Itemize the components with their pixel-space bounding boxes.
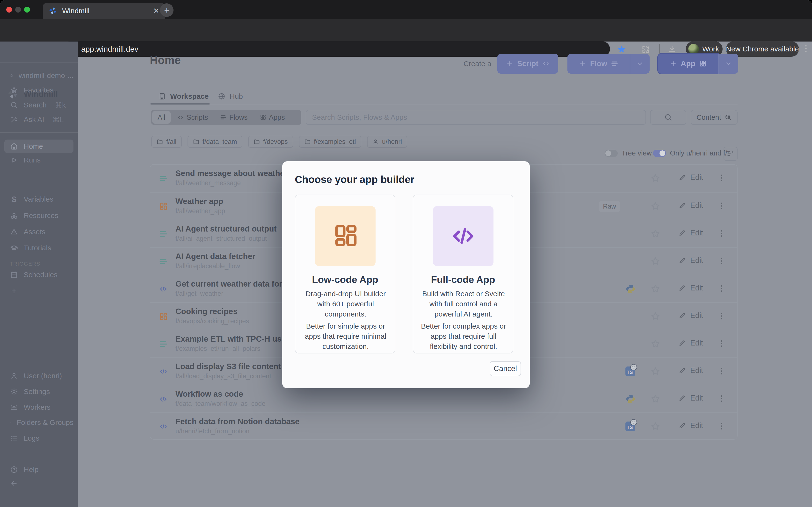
chip-folder[interactable]: f/examples_etl xyxy=(299,136,361,148)
tab-hub[interactable]: Hub xyxy=(218,92,243,101)
bun-icon xyxy=(630,419,637,426)
edit-button[interactable]: Edit xyxy=(677,311,704,320)
sidebar-item-settings[interactable]: Settings xyxy=(4,385,73,398)
sidebar-item-tutorials[interactable]: Tutorials xyxy=(4,241,73,255)
table-row[interactable]: Fetch data from Notion database u/henri/… xyxy=(150,412,737,440)
sidebar-item-ask-ai[interactable]: Ask AI ⌘L xyxy=(4,113,73,126)
search-placeholder: Search Scripts, Flows & Apps xyxy=(312,113,407,121)
pencil-icon xyxy=(678,284,686,292)
close-window-button[interactable] xyxy=(6,7,12,12)
favorite-star-icon[interactable] xyxy=(651,173,660,183)
row-menu-icon[interactable] xyxy=(717,201,726,211)
row-menu-icon[interactable] xyxy=(717,256,726,266)
favorite-star-icon[interactable] xyxy=(651,339,660,349)
create-app-button[interactable]: App xyxy=(658,54,718,74)
edit-button[interactable]: Edit xyxy=(677,256,704,265)
search-input[interactable]: Search Scripts, Flows & Apps xyxy=(306,110,646,125)
chip-folder[interactable]: f/devops xyxy=(248,136,293,148)
list-filter-plus-icon xyxy=(727,150,734,157)
card-description: Better for simple apps or apps that requ… xyxy=(303,321,389,351)
filter-all[interactable]: All xyxy=(152,111,170,124)
edit-button[interactable]: Edit xyxy=(677,394,704,403)
chip-user[interactable]: u/henri xyxy=(367,136,407,148)
collapse-sidebar-button[interactable] xyxy=(4,476,73,490)
favorite-star-icon[interactable] xyxy=(651,421,660,431)
new-tab-button[interactable]: + xyxy=(160,3,173,17)
only-mine-toggle[interactable] xyxy=(653,150,666,157)
search-submit-button[interactable] xyxy=(650,110,686,125)
edit-button[interactable]: Edit xyxy=(677,201,704,210)
filter-flows[interactable]: Flows xyxy=(215,111,253,124)
chrome-menu-icon[interactable] xyxy=(801,44,811,53)
favorite-star-icon[interactable] xyxy=(651,312,660,321)
cancel-button[interactable]: Cancel xyxy=(490,361,521,376)
sidebar: Windmill windmill-demo-... Favorites Sea… xyxy=(0,42,78,507)
edit-button[interactable]: Edit xyxy=(677,421,704,430)
minimize-window-button[interactable] xyxy=(15,7,21,12)
card-title: Full-code App xyxy=(413,274,513,285)
sidebar-item-resources[interactable]: Resources xyxy=(4,209,73,222)
create-flow-dropdown[interactable] xyxy=(630,54,650,74)
filter-plus-button[interactable] xyxy=(723,147,738,161)
folder-icon xyxy=(193,138,199,145)
row-menu-icon[interactable] xyxy=(717,173,726,183)
create-flow-button[interactable]: Flow xyxy=(567,54,630,74)
row-menu-icon[interactable] xyxy=(717,421,726,431)
content-search-button[interactable]: Content xyxy=(691,110,738,125)
row-menu-icon[interactable] xyxy=(717,311,726,321)
favorite-star-icon[interactable] xyxy=(651,201,660,211)
browser-tab[interactable]: Windmill ✕ xyxy=(43,3,165,19)
filter-apps[interactable]: Apps xyxy=(254,111,290,124)
create-app-dropdown[interactable] xyxy=(718,54,738,74)
row-menu-icon[interactable] xyxy=(717,366,726,376)
tree-view-toggle[interactable] xyxy=(605,150,618,157)
sidebar-item-workers[interactable]: Workers xyxy=(4,400,73,414)
sidebar-item-search[interactable]: Search ⌘k xyxy=(4,98,73,112)
extensions-icon[interactable] xyxy=(641,44,650,54)
sidebar-item-variables[interactable]: $ Variables xyxy=(4,192,73,206)
url-text: app.windmill.dev xyxy=(81,45,139,54)
chip-folder[interactable]: f/data_team xyxy=(188,136,242,148)
favorite-star-icon[interactable] xyxy=(651,229,660,238)
row-menu-icon[interactable] xyxy=(717,339,726,348)
favorite-star-icon[interactable] xyxy=(651,284,660,294)
row-menu-icon[interactable] xyxy=(717,284,726,293)
sidebar-item-workspace[interactable]: windmill-demo-... xyxy=(4,69,73,82)
tabs-divider xyxy=(150,104,738,105)
table-row[interactable]: Workflow as code f/data_team/workflow_as… xyxy=(150,385,737,413)
workers-icon xyxy=(10,403,18,411)
sidebar-item-assets[interactable]: Assets xyxy=(4,225,73,238)
tab-workspace[interactable]: Workspace xyxy=(158,92,209,101)
sidebar-item-user[interactable]: User (henri) xyxy=(4,369,73,383)
sidebar-item-schedules[interactable]: Schedules xyxy=(4,268,73,282)
zoom-window-button[interactable] xyxy=(24,7,30,12)
edit-button[interactable]: Edit xyxy=(677,366,704,375)
create-a-label: Create a xyxy=(463,60,491,68)
downloads-icon[interactable] xyxy=(667,44,677,54)
add-trigger-button[interactable] xyxy=(4,284,73,298)
edit-button[interactable]: Edit xyxy=(677,173,704,182)
chip-folder[interactable]: f/all xyxy=(151,136,182,148)
filter-scripts[interactable]: Scripts xyxy=(172,111,213,124)
favorite-star-icon[interactable] xyxy=(651,257,660,266)
full-code-app-card[interactable]: Full-code App Build with React or Svelte… xyxy=(413,194,513,353)
close-tab-icon[interactable]: ✕ xyxy=(153,7,159,14)
edit-button[interactable]: Edit xyxy=(677,228,704,237)
row-menu-icon[interactable] xyxy=(717,229,726,238)
plus-icon xyxy=(670,60,677,67)
favorite-star-icon[interactable] xyxy=(651,367,660,376)
edit-button[interactable]: Edit xyxy=(677,338,704,348)
windmill-favicon xyxy=(49,6,57,15)
bookmark-star-icon[interactable] xyxy=(617,44,626,54)
edit-button[interactable]: Edit xyxy=(677,283,704,293)
app-grid-icon xyxy=(260,114,266,120)
favorite-star-icon[interactable] xyxy=(651,394,660,404)
sidebar-item-folders-groups[interactable]: Folders & Groups xyxy=(4,416,73,429)
sidebar-item-favorites[interactable]: Favorites xyxy=(4,83,73,97)
sidebar-item-help[interactable]: Help xyxy=(4,463,73,476)
sidebar-item-logs[interactable]: Logs xyxy=(4,432,73,445)
create-script-button[interactable]: Script xyxy=(497,54,558,74)
plus-icon xyxy=(506,60,513,67)
low-code-app-card[interactable]: Low-code App Drag-and-drop UI builder wi… xyxy=(295,194,395,353)
row-menu-icon[interactable] xyxy=(717,394,726,403)
